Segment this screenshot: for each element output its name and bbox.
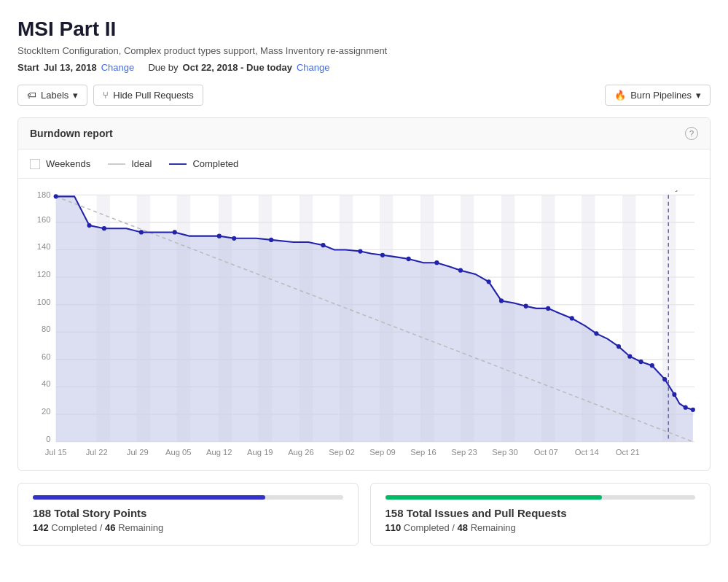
svg-text:Jul 29: Jul 29 <box>127 448 149 457</box>
story-points-title: 188 Total Story Points <box>33 507 343 519</box>
svg-point-64 <box>684 406 688 410</box>
story-points-card: 188 Total Story Points 142 Completed / 4… <box>17 483 359 546</box>
start-date: Jul 13, 2018 <box>44 62 97 73</box>
legend: Weekends Ideal Completed <box>18 150 710 179</box>
burn-pipelines-button[interactable]: 🔥 Burn Pipelines ▾ <box>605 85 711 106</box>
start-change-link[interactable]: Change <box>101 62 135 73</box>
story-points-completed-label: Completed / <box>51 522 105 533</box>
svg-point-43 <box>217 234 222 238</box>
svg-text:Aug 12: Aug 12 <box>206 448 232 457</box>
svg-point-50 <box>434 260 439 265</box>
hide-pr-label: Hide Pull Requests <box>113 90 194 101</box>
burn-pipelines-label: Burn Pipelines <box>630 90 692 101</box>
svg-text:Oct 14: Oct 14 <box>575 448 599 457</box>
svg-text:Aug 05: Aug 05 <box>165 448 191 457</box>
tag-icon: 🏷 <box>27 90 36 101</box>
legend-completed: Completed <box>169 158 238 169</box>
svg-point-61 <box>650 363 654 368</box>
legend-weekends: Weekends <box>30 158 90 169</box>
svg-text:140: 140 <box>37 242 51 251</box>
weekends-box[interactable] <box>30 159 40 169</box>
labels-btn-label: Labels <box>41 90 69 101</box>
issues-completed-label: Completed / <box>404 522 458 533</box>
svg-point-62 <box>662 377 667 381</box>
issues-total: 158 <box>385 507 404 519</box>
svg-point-41 <box>139 230 144 234</box>
svg-text:Oct 07: Oct 07 <box>534 448 558 457</box>
story-points-bar-fill <box>33 495 265 500</box>
hide-pull-requests-button[interactable]: ⑂ Hide Pull Requests <box>93 85 203 106</box>
issues-remaining-label: Remaining <box>471 522 516 533</box>
svg-text:Jul 22: Jul 22 <box>86 448 108 457</box>
story-points-total: 188 <box>33 507 51 519</box>
page-subtitle: StockItem Configuration, Complex product… <box>17 45 711 56</box>
story-points-detail: 142 Completed / 46 Remaining <box>33 522 343 533</box>
svg-point-53 <box>499 298 504 303</box>
svg-point-52 <box>487 279 491 284</box>
chart-container: 0 20 40 60 80 100 120 140 160 180 <box>18 179 710 470</box>
svg-text:Sep 16: Sep 16 <box>410 448 436 457</box>
svg-point-54 <box>524 304 528 309</box>
page-title: MSI Part II <box>17 18 711 41</box>
svg-text:Today: Today <box>657 190 679 192</box>
svg-text:20: 20 <box>42 407 50 416</box>
story-points-remaining: 46 <box>105 522 115 533</box>
svg-text:60: 60 <box>42 352 50 361</box>
svg-text:Jul 15: Jul 15 <box>45 448 67 457</box>
svg-point-55 <box>546 306 550 311</box>
svg-point-57 <box>594 331 598 335</box>
due-date: Oct 22, 2018 - Due today <box>183 62 292 73</box>
toolbar-left: 🏷 Labels ▾ ⑂ Hide Pull Requests <box>17 85 203 106</box>
svg-text:80: 80 <box>42 325 50 333</box>
svg-point-59 <box>627 354 632 359</box>
svg-point-63 <box>672 392 676 397</box>
start-label: Start <box>17 62 39 73</box>
issues-card: 158 Total Issues and Pull Requests 110 C… <box>370 483 711 546</box>
svg-text:160: 160 <box>37 215 51 224</box>
svg-point-48 <box>380 253 385 257</box>
svg-text:180: 180 <box>37 190 51 199</box>
story-points-bar-bg <box>33 495 343 500</box>
issues-completed: 110 <box>385 522 402 533</box>
stats-row: 188 Total Story Points 142 Completed / 4… <box>17 483 711 546</box>
labels-button[interactable]: 🏷 Labels ▾ <box>17 85 87 106</box>
svg-point-38 <box>54 194 58 198</box>
merge-icon: ⑂ <box>103 90 109 101</box>
completed-line <box>169 163 187 165</box>
story-points-completed: 142 <box>33 522 49 533</box>
story-points-remaining-label: Remaining <box>118 522 163 533</box>
weekends-label: Weekends <box>46 158 90 169</box>
legend-ideal: Ideal <box>108 158 152 169</box>
issues-remaining: 48 <box>458 522 468 533</box>
svg-text:Sep 23: Sep 23 <box>451 448 477 457</box>
svg-text:Aug 19: Aug 19 <box>247 448 273 457</box>
issues-bar-bg <box>385 495 696 500</box>
svg-point-40 <box>102 226 106 230</box>
svg-text:Sep 30: Sep 30 <box>492 448 517 457</box>
svg-point-42 <box>173 230 177 234</box>
completed-label: Completed <box>192 158 238 169</box>
svg-point-60 <box>638 360 643 364</box>
svg-text:100: 100 <box>37 298 51 306</box>
ideal-line <box>108 163 125 165</box>
help-icon[interactable]: ? <box>685 127 698 140</box>
issues-detail: 110 Completed / 48 Remaining <box>385 522 696 533</box>
issues-label: Total Issues and Pull Requests <box>407 507 567 519</box>
burndown-card-header: Burndown report ? <box>18 118 710 150</box>
svg-point-47 <box>358 249 362 253</box>
svg-point-49 <box>407 257 411 261</box>
svg-point-56 <box>570 316 574 320</box>
due-change-link[interactable]: Change <box>297 62 330 73</box>
story-points-label: Total Story Points <box>54 507 146 519</box>
fire-icon: 🔥 <box>614 90 626 101</box>
svg-point-46 <box>321 243 325 247</box>
svg-point-65 <box>691 408 695 412</box>
svg-text:Sep 09: Sep 09 <box>369 448 395 457</box>
svg-text:40: 40 <box>42 379 50 388</box>
dates-row: Start Jul 13, 2018 Change Due by Oct 22,… <box>17 62 711 73</box>
svg-text:Aug 26: Aug 26 <box>288 448 313 457</box>
burndown-svg: 0 20 40 60 80 100 120 140 160 180 <box>30 190 698 465</box>
svg-point-58 <box>617 344 621 349</box>
ideal-label: Ideal <box>131 158 152 169</box>
svg-point-39 <box>87 223 91 228</box>
